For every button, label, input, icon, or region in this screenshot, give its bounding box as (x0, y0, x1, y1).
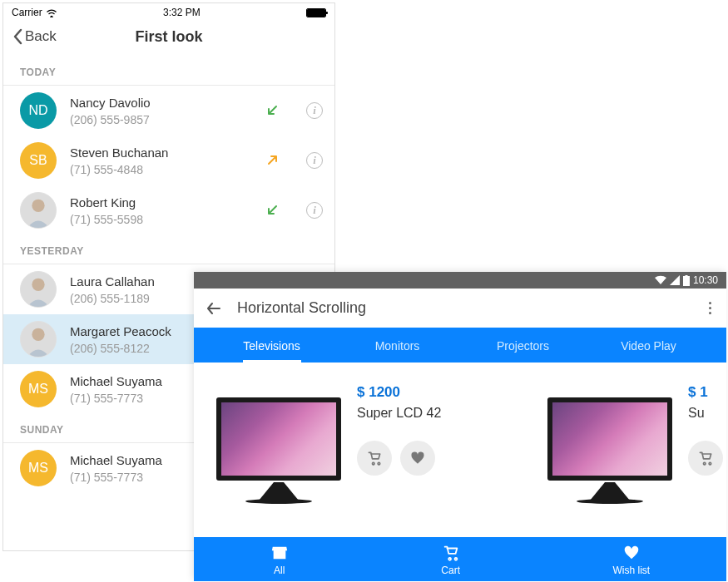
info-button[interactable]: i (306, 102, 323, 119)
incoming-call-icon (265, 203, 280, 218)
svg-point-2 (32, 328, 44, 341)
android-products-panel: 10:30 Horizontal Scrolling TelevisionsMo… (194, 272, 726, 581)
contact-row[interactable]: SBSteven Buchanan(71) 555-4848i (3, 136, 334, 185)
ios-status-bar: Carrier 3:32 PM (3, 3, 334, 22)
svg-rect-3 (683, 276, 690, 286)
back-button[interactable]: Back (12, 28, 57, 45)
avatar (20, 271, 57, 308)
wifi-icon (46, 8, 57, 17)
svg-rect-4 (685, 275, 687, 277)
tab-video-play[interactable]: Video Play (586, 328, 711, 363)
section-header: TODAY (3, 60, 334, 86)
add-to-cart-button[interactable] (357, 441, 392, 476)
chevron-left-icon (12, 28, 23, 45)
clock-label: 10:30 (693, 274, 718, 286)
overflow-menu-button[interactable] (706, 298, 715, 318)
back-label: Back (25, 28, 57, 45)
info-button[interactable]: i (306, 152, 323, 169)
android-toolbar: Horizontal Scrolling (194, 289, 726, 328)
contact-info: Nancy Davolio(206) 555-9857 (70, 96, 251, 126)
product-price: $ 1 (688, 384, 726, 401)
avatar (20, 321, 57, 358)
clock-label: 3:32 PM (163, 7, 201, 18)
contact-phone: (206) 555-9857 (70, 113, 251, 126)
carrier-label: Carrier (12, 7, 42, 18)
contact-info: Steven Buchanan(71) 555-4848 (70, 146, 251, 176)
contact-info: Robert King(71) 555-5598 (70, 195, 251, 226)
signal-icon (670, 275, 680, 285)
product-name: Super LCD 42 (357, 406, 441, 421)
contact-name: Nancy Davolio (70, 96, 251, 110)
info-button[interactable]: i (306, 202, 323, 219)
back-arrow-icon[interactable] (206, 300, 222, 317)
product-name: Su (688, 406, 726, 421)
products-scroller[interactable]: $ 1200Super LCD 42$ 1Su (194, 363, 726, 532)
tab-televisions[interactable]: Televisions (209, 328, 334, 363)
avatar: SB (20, 142, 57, 179)
nav-all[interactable]: All (270, 544, 289, 576)
ios-nav-bar: Back First look (3, 22, 334, 57)
product-price: $ 1200 (357, 384, 441, 401)
tab-projectors[interactable]: Projectors (460, 328, 586, 363)
battery-icon (683, 275, 690, 286)
wishlist-button[interactable] (400, 441, 435, 476)
contact-phone: (71) 555-5598 (70, 213, 251, 226)
category-tabs: TelevisionsMonitorsProjectorsVideo Play (194, 328, 726, 363)
contact-name: Steven Buchanan (70, 146, 251, 160)
section-header: YESTERDAY (3, 239, 334, 264)
nav-label: Cart (441, 565, 460, 576)
product-card[interactable]: $ 1Su (543, 381, 726, 532)
product-image (212, 381, 345, 497)
nav-cart[interactable]: Cart (441, 544, 460, 576)
contact-row[interactable]: NDNancy Davolio(206) 555-9857i (3, 86, 334, 136)
product-meta: $ 1200Super LCD 42 (357, 381, 441, 532)
svg-point-0 (32, 200, 44, 212)
avatar: ND (20, 92, 57, 129)
contact-name: Robert King (70, 195, 251, 210)
android-status-bar: 10:30 (194, 272, 726, 289)
avatar: MS (20, 371, 57, 407)
product-meta: $ 1Su (688, 381, 726, 532)
toolbar-title: Horizontal Scrolling (237, 299, 691, 317)
nav-wish-list[interactable]: Wish list (613, 544, 651, 576)
product-image (543, 381, 676, 497)
tab-monitors[interactable]: Monitors (334, 328, 460, 363)
incoming-call-icon (265, 103, 280, 118)
nav-label: Wish list (613, 565, 651, 576)
avatar (20, 192, 57, 229)
battery-icon (306, 8, 326, 17)
nav-label: All (274, 565, 285, 576)
contact-phone: (71) 555-4848 (70, 163, 251, 176)
outgoing-call-icon (265, 153, 280, 168)
contact-row[interactable]: Robert King(71) 555-5598i (3, 185, 334, 235)
bottom-nav: AllCartWish list (194, 537, 726, 581)
avatar: MS (20, 450, 57, 486)
product-card[interactable]: $ 1200Super LCD 42 (212, 381, 528, 532)
wifi-icon (655, 275, 666, 285)
svg-point-1 (32, 279, 44, 291)
add-to-cart-button[interactable] (688, 441, 723, 476)
